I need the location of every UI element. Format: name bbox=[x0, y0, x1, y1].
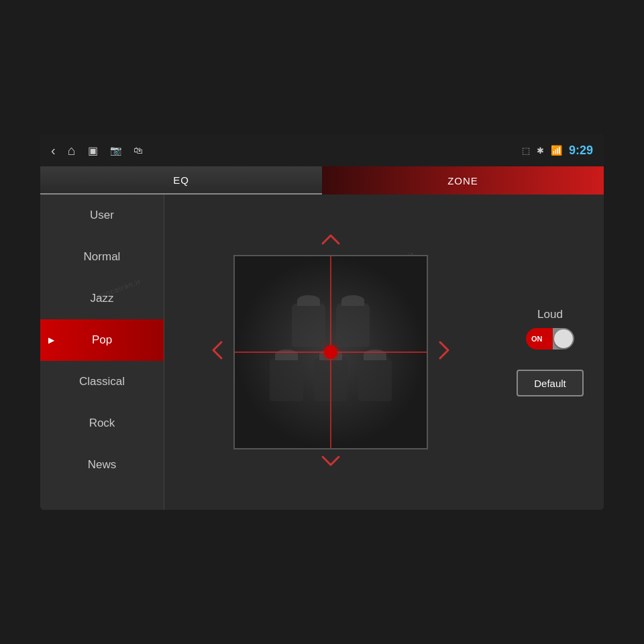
right-arrow-button[interactable] bbox=[433, 339, 455, 366]
time-display: 9:29 bbox=[569, 144, 593, 158]
status-bar: ‹ ⌂ ▣ 📷 🛍 ⬚ ✱ 📶 9:29 bbox=[40, 134, 604, 166]
menu-item-rock[interactable]: Rock bbox=[40, 402, 164, 444]
center-area: wincairan.ir wincairan.ir wincairan.ir bbox=[164, 195, 496, 510]
toggle-on-label: ON bbox=[531, 335, 543, 343]
loud-label: Loud bbox=[537, 308, 563, 321]
status-bar-left: ‹ ⌂ ▣ 📷 🛍 bbox=[51, 143, 143, 158]
tab-eq[interactable]: EQ bbox=[40, 166, 322, 195]
left-menu: User Normal Jazz Pop Classical Rock bbox=[40, 195, 164, 510]
recent-apps-icon[interactable]: ▣ bbox=[88, 144, 98, 157]
seat-layout bbox=[235, 256, 427, 448]
back-icon[interactable]: ‹ bbox=[51, 143, 56, 158]
tabs-bar: EQ ZONE bbox=[40, 166, 604, 195]
right-panel: wincairan.ir Loud ON Default bbox=[496, 195, 604, 510]
menu-item-pop[interactable]: Pop bbox=[40, 319, 164, 361]
main-content: User Normal Jazz Pop Classical Rock bbox=[40, 195, 604, 510]
rear-left-seat bbox=[270, 358, 303, 401]
menu-item-user[interactable]: User bbox=[40, 195, 164, 236]
rear-center-seat bbox=[314, 358, 347, 401]
menu-item-jazz[interactable]: Jazz bbox=[40, 278, 164, 319]
cast-icon: ⬚ bbox=[522, 146, 530, 156]
horizontal-row bbox=[207, 255, 455, 449]
menu-item-news[interactable]: News bbox=[40, 444, 164, 486]
toggle-knob bbox=[554, 329, 573, 348]
device-screen: ‹ ⌂ ▣ 📷 🛍 ⬚ ✱ 📶 9:29 EQ ZONE bbox=[40, 134, 604, 510]
status-bar-right: ⬚ ✱ 📶 9:29 bbox=[522, 144, 593, 158]
loud-section: Loud ON bbox=[526, 308, 574, 350]
bluetooth-icon: ✱ bbox=[537, 146, 544, 156]
home-icon[interactable]: ⌂ bbox=[68, 143, 76, 158]
outer-wrapper: ‹ ⌂ ▣ 📷 🛍 ⬚ ✱ 📶 9:29 EQ ZONE bbox=[0, 0, 644, 644]
wifi-icon: 📶 bbox=[551, 145, 562, 156]
tab-zone[interactable]: ZONE bbox=[322, 166, 604, 195]
front-right-seat bbox=[336, 303, 370, 347]
default-button[interactable]: Default bbox=[517, 370, 584, 396]
menu-item-classical[interactable]: Classical bbox=[40, 361, 164, 402]
left-arrow-button[interactable] bbox=[207, 339, 228, 366]
front-seat-row bbox=[292, 303, 370, 347]
bag-icon[interactable]: 🛍 bbox=[133, 145, 143, 156]
loud-toggle[interactable]: ON bbox=[526, 328, 574, 350]
menu-item-normal[interactable]: Normal bbox=[40, 236, 164, 278]
front-left-seat bbox=[292, 303, 325, 347]
down-arrow-button[interactable] bbox=[320, 452, 341, 474]
up-arrow-button[interactable] bbox=[320, 231, 341, 252]
car-view bbox=[233, 255, 428, 449]
rear-right-seat bbox=[358, 358, 392, 401]
camera-icon[interactable]: 📷 bbox=[110, 145, 121, 156]
rear-seat-row bbox=[270, 358, 392, 401]
